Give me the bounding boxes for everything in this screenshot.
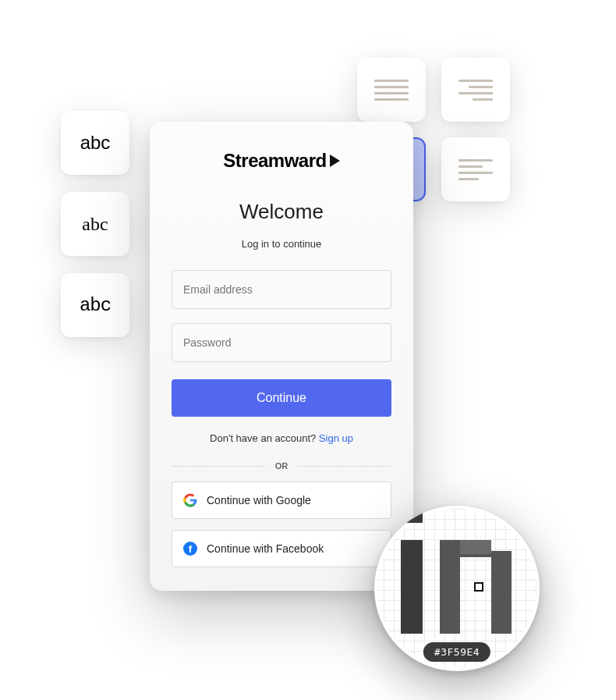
google-button-label: Continue with Google [207,494,311,506]
font-sample-label: abc [80,295,111,316]
email-field[interactable] [172,270,391,309]
facebook-button-label: Continue with Facebook [207,542,324,555]
login-subtitle: Log in to continue [172,238,391,250]
facebook-icon: f [183,542,197,556]
password-field[interactable] [172,323,391,362]
align-left-icon [458,159,493,180]
divider-line [172,466,266,467]
welcome-heading: Welcome [172,200,391,224]
align-right-icon [458,80,493,101]
font-sample-tiles: abc abc abc [61,111,129,337]
google-icon [183,493,197,507]
signup-link[interactable]: Sign up [319,432,353,444]
font-sample-sans[interactable]: abc [61,111,129,175]
align-left-button[interactable] [441,137,510,201]
font-sample-label: abc [80,132,111,154]
continue-facebook-button[interactable]: f Continue with Facebook [172,530,391,567]
signup-row: Don't have an account? Sign up [172,432,391,444]
no-account-text: Don't have an account? [210,432,319,444]
play-icon [330,155,340,167]
hex-color-value: #3F59E4 [423,642,490,662]
divider-line [297,466,391,467]
align-right-button[interactable] [441,58,510,122]
eyedropper-cursor-icon [474,582,483,592]
or-divider: OR [172,461,391,471]
continue-google-button[interactable]: Continue with Google [172,481,391,519]
brand-logo: Streamward [172,150,391,172]
align-justify-button[interactable] [357,58,426,122]
color-eyedropper-lens[interactable]: #3F59E4 [374,506,540,671]
font-sample-serif[interactable]: abc [61,192,129,256]
font-sample-label: abc [82,214,108,235]
align-justify-icon [374,80,409,101]
brand-name: Streamward [223,150,326,172]
login-card: Streamward Welcome Log in to continue Co… [150,122,413,591]
or-label: OR [275,461,289,471]
font-sample-mono[interactable]: abc [61,273,129,337]
continue-button[interactable]: Continue [172,379,391,417]
